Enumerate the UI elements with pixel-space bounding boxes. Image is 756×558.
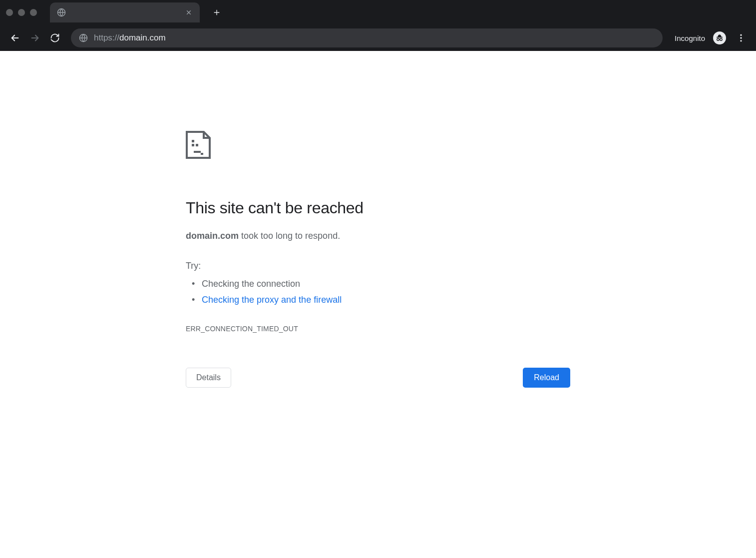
svg-rect-9 [196,144,198,146]
close-tab-icon[interactable] [185,8,193,16]
svg-rect-10 [194,151,201,153]
minimize-window-button[interactable] [18,9,25,16]
reload-icon[interactable] [47,30,63,46]
svg-point-3 [720,38,723,41]
menu-button[interactable] [733,30,749,46]
forward-button[interactable] [27,30,43,46]
incognito-icon[interactable] [713,31,726,44]
svg-rect-7 [192,140,194,142]
new-tab-button[interactable] [210,5,224,19]
browser-chrome: https://domain.com Incognito [0,0,756,51]
address-bar[interactable]: https://domain.com [71,28,663,47]
svg-rect-11 [201,153,203,155]
error-domain: domain.com [186,231,239,241]
error-title: This site can't be reached [186,199,570,217]
svg-point-5 [740,37,742,38]
svg-point-4 [740,34,742,36]
svg-rect-8 [192,144,194,146]
back-button[interactable] [7,30,23,46]
svg-point-6 [740,40,742,41]
reload-button[interactable]: Reload [523,368,570,388]
browser-tab[interactable] [50,2,200,22]
page-content: This site can't be reached domain.com to… [0,51,756,388]
suggestion-text: Checking the connection [202,279,300,289]
site-info-icon[interactable] [79,33,88,42]
url-scheme: https:// [94,33,119,43]
maximize-window-button[interactable] [30,9,37,16]
suggestion-item: Checking the proxy and the firewall [202,292,570,308]
suggestion-link[interactable]: Checking the proxy and the firewall [202,295,342,305]
error-description: domain.com took too long to respond. [186,229,570,243]
error-code: ERR_CONNECTION_TIMED_OUT [186,325,570,333]
error-message: took too long to respond. [239,231,340,241]
close-window-button[interactable] [6,9,13,16]
tab-bar [0,0,756,25]
button-row: Details Reload [186,368,570,388]
globe-icon [57,8,66,17]
details-button[interactable]: Details [186,368,231,388]
error-container: This site can't be reached domain.com to… [186,131,570,388]
browser-toolbar: https://domain.com Incognito [0,25,756,51]
suggestion-item: Checking the connection [202,276,570,292]
url-text: https://domain.com [94,33,166,43]
incognito-label: Incognito [671,34,709,42]
svg-point-2 [717,38,720,41]
window-controls [6,9,42,16]
try-label: Try: [186,261,570,271]
suggestion-list: Checking the connection Checking the pro… [186,276,570,308]
url-host: domain.com [119,33,166,43]
sad-page-icon [186,131,211,159]
